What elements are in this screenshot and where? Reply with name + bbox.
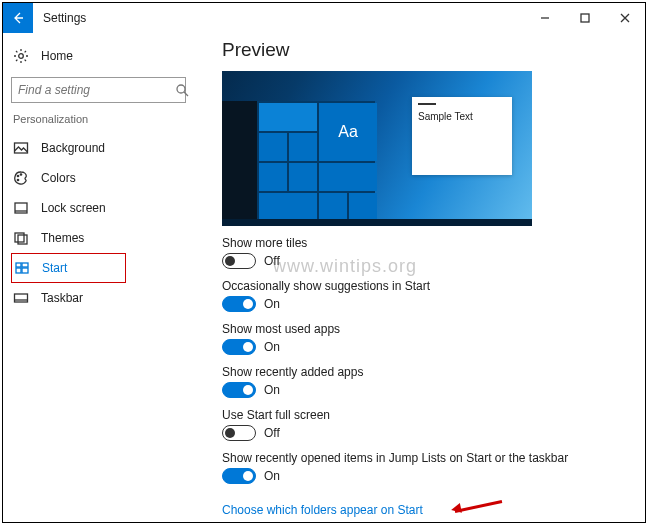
setting-most-used: Show most used apps On [222,322,629,355]
page-title: Preview [222,39,629,61]
window-title: Settings [43,11,86,25]
taskbar-icon [13,290,29,306]
search-input-container[interactable] [11,77,186,103]
preview-tile [259,163,287,191]
preview-tile [259,103,317,131]
sidebar-item-label: Themes [41,231,84,245]
setting-label: Show more tiles [222,236,629,250]
toggle-state-text: Off [264,254,280,268]
preview-tile [349,193,377,221]
start-preview: Aa Sample Text [222,71,532,226]
picture-icon [13,140,29,156]
svg-rect-10 [16,263,21,267]
preview-tile [289,163,317,191]
toggle-show-more-tiles[interactable] [222,253,256,269]
close-button[interactable] [605,3,645,33]
svg-rect-13 [22,268,28,273]
choose-folders-link[interactable]: Choose which folders appear on Start [222,503,423,517]
preview-tile [289,133,317,161]
svg-point-2 [177,85,185,93]
sidebar-item-start[interactable]: Start [11,253,126,283]
minimize-button[interactable] [525,3,565,33]
gear-icon [13,48,29,64]
sidebar-section-label: Personalization [13,113,186,125]
preview-sample-text: Sample Text [418,111,506,122]
svg-rect-3 [15,143,28,153]
maximize-button[interactable] [565,3,605,33]
preview-tile [259,133,287,161]
sidebar-item-colors[interactable]: Colors [11,163,186,193]
toggle-state-text: On [264,469,280,483]
sidebar: Home Personalization Background [3,33,194,522]
toggle-full-screen[interactable] [222,425,256,441]
start-icon [14,260,30,276]
svg-point-4 [17,175,18,176]
lockscreen-icon [13,200,29,216]
svg-rect-14 [15,294,28,302]
sidebar-item-label: Start [42,261,67,275]
toggle-recently-added[interactable] [222,382,256,398]
setting-full-screen: Use Start full screen Off [222,408,629,441]
back-button[interactable] [3,3,33,33]
toggle-state-text: On [264,383,280,397]
svg-rect-11 [22,263,28,267]
sidebar-home-label: Home [41,49,73,63]
preview-start-column [222,101,257,219]
setting-recently-added: Show recently added apps On [222,365,629,398]
svg-point-5 [20,174,21,175]
toggle-suggestions[interactable] [222,296,256,312]
setting-show-more-tiles: Show more tiles Off [222,236,629,269]
svg-rect-0 [581,14,589,22]
sidebar-item-themes[interactable]: Themes [11,223,186,253]
sidebar-home[interactable]: Home [11,41,186,71]
preview-taskbar [222,219,532,226]
sidebar-item-label: Taskbar [41,291,83,305]
preview-aa-tile: Aa [319,103,377,161]
sidebar-item-taskbar[interactable]: Taskbar [11,283,186,313]
search-icon [175,83,189,97]
preview-tile [319,193,347,221]
setting-label: Occasionally show suggestions in Start [222,279,629,293]
sidebar-item-lockscreen[interactable]: Lock screen [11,193,186,223]
setting-label: Show recently added apps [222,365,629,379]
svg-point-1 [19,54,24,59]
palette-icon [13,170,29,186]
toggle-state-text: Off [264,426,280,440]
setting-label: Show recently opened items in Jump Lists… [222,451,629,465]
setting-jump-lists: Show recently opened items in Jump Lists… [222,451,629,484]
sidebar-item-label: Colors [41,171,76,185]
sidebar-item-label: Background [41,141,105,155]
annotation-arrow [453,500,503,520]
window-controls [525,3,645,33]
setting-label: Use Start full screen [222,408,629,422]
toggle-state-text: On [264,297,280,311]
titlebar: Settings [3,3,645,33]
sidebar-item-background[interactable]: Background [11,133,186,163]
folders-link-row: Choose which folders appear on Start [222,500,629,520]
preview-note-bar [418,103,436,105]
setting-suggestions: Occasionally show suggestions in Start O… [222,279,629,312]
preview-sample-window: Sample Text [412,97,512,175]
toggle-most-used[interactable] [222,339,256,355]
search-input[interactable] [12,83,175,97]
toggle-state-text: On [264,340,280,354]
svg-rect-12 [16,268,21,273]
content-area: Home Personalization Background [3,33,645,522]
preview-tile [259,193,317,221]
settings-window: Settings Home [2,2,646,523]
sidebar-item-label: Lock screen [41,201,106,215]
setting-label: Show most used apps [222,322,629,336]
svg-point-6 [17,179,18,180]
toggle-jump-lists[interactable] [222,468,256,484]
themes-icon [13,230,29,246]
main-panel: Preview Aa Sample Text [194,33,645,522]
preview-tiles: Aa [257,101,375,219]
preview-tile [319,163,377,191]
titlebar-left: Settings [3,3,86,33]
